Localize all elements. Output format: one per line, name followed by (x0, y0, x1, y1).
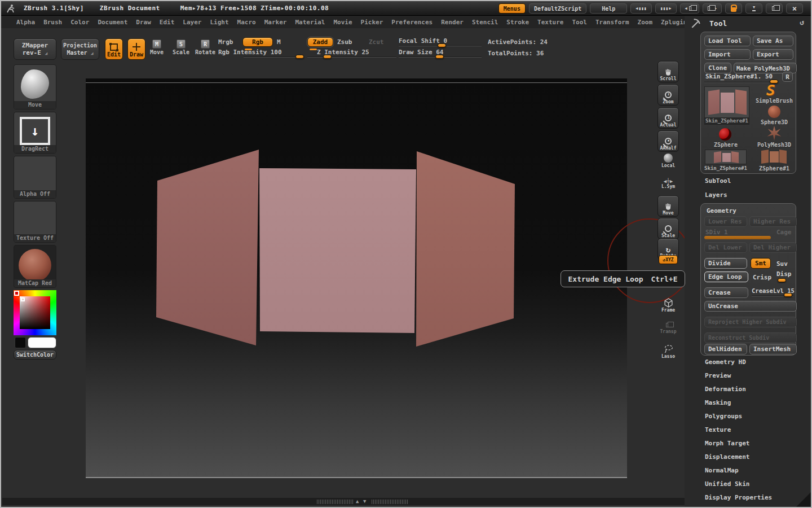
m-button[interactable]: M (277, 38, 281, 46)
document-canvas[interactable] (86, 78, 627, 478)
edit-mode-button[interactable]: Edit (105, 38, 123, 60)
menus-toggle-button[interactable]: Menus (498, 3, 526, 14)
menu-item[interactable]: Draw (136, 19, 151, 26)
load-tool-button[interactable]: Load Tool (704, 36, 751, 46)
zsphere-label[interactable]: ZSphere (704, 142, 747, 148)
menu-item[interactable]: Zplugin (661, 19, 687, 26)
menu-item[interactable]: Alpha (16, 19, 35, 26)
aahalf-button[interactable]: ▪ AAHalf (657, 130, 679, 152)
zmapper-button[interactable]: ZMapper rev-E ◢ (14, 38, 56, 60)
move-mode-button[interactable]: M Move (150, 40, 164, 55)
z-intensity-slider[interactable] (307, 56, 396, 58)
draw-mode-button[interactable]: Draw (127, 38, 145, 60)
menu-item[interactable]: Stroke (506, 19, 529, 26)
current-texture-thumb[interactable]: Texture Off (14, 201, 56, 243)
scroll-button[interactable]: Scroll (657, 61, 679, 82)
zsphere1-label[interactable]: ZSphere#1 (753, 165, 796, 172)
menu-item[interactable]: Edit (160, 19, 175, 26)
simplebrush-label[interactable]: SimpleBrush (753, 98, 796, 104)
skin-zsphere-label[interactable]: Skin_ZSphere#1 (701, 165, 751, 171)
zsphere1-icon[interactable] (761, 150, 788, 164)
crease-button[interactable]: Crease (704, 287, 748, 298)
import-button[interactable]: Import (704, 49, 751, 60)
divider-down-icon[interactable]: ▼ (363, 498, 366, 504)
zadd-button[interactable]: Zadd (307, 37, 333, 47)
menu-item[interactable]: Document (98, 19, 127, 26)
lasso-button[interactable]: Lasso (657, 344, 679, 359)
disp-knob[interactable] (778, 278, 786, 282)
geometry-section-header[interactable]: Geometry (707, 207, 736, 214)
tool-section-header[interactable]: NormalMap (705, 467, 806, 480)
mesh-right-face[interactable] (416, 151, 515, 347)
export-button[interactable]: Export (753, 49, 793, 60)
panel-reset-icon[interactable]: ↺ (800, 18, 804, 27)
tool-section-header[interactable]: Polygroups (705, 413, 806, 426)
switch-color-button[interactable]: SwitchColor (14, 350, 56, 360)
tool-section-header[interactable]: Display Properties (705, 494, 806, 507)
sphere3d-icon[interactable] (768, 106, 780, 118)
z-intensity-knob[interactable] (323, 55, 332, 59)
tool-section-header[interactable]: Morph Target (705, 440, 806, 453)
edge-loop-button[interactable]: Edge Loop (704, 271, 748, 282)
tool-section-header[interactable]: Texture (705, 426, 806, 440)
secondary-color-swatch[interactable] (15, 337, 26, 348)
menu-item[interactable]: Color (70, 19, 89, 26)
xyz-axis-button[interactable]: ↺XYZ (659, 255, 678, 264)
current-material-thumb[interactable]: MatCap Red Wa (14, 245, 56, 288)
current-brush-thumb[interactable]: Move (14, 64, 56, 110)
tool-section-header[interactable]: Preview (705, 372, 806, 386)
restore-button[interactable] (766, 3, 783, 14)
menu-item[interactable]: Layer (183, 19, 201, 26)
tool-section-header[interactable]: Displacement (705, 453, 806, 467)
divider-up-icon[interactable]: ▲ (356, 498, 359, 504)
color-picker[interactable] (14, 290, 56, 335)
active-tool-name[interactable]: Skin_ZSphere#1. 50 (705, 73, 773, 80)
next-document-button[interactable]: ▶ (703, 3, 722, 14)
divider-grip-right[interactable] (372, 500, 408, 504)
lock-button[interactable] (725, 3, 742, 14)
sdiv-slider[interactable] (704, 236, 771, 239)
menu-item[interactable]: Light (210, 19, 228, 26)
clone-button[interactable]: Clone (704, 63, 731, 73)
rgb-intensity-knob[interactable] (295, 55, 304, 59)
zsphere-skin-mesh[interactable] (86, 78, 627, 478)
layers-section-header[interactable]: Layers (705, 191, 727, 199)
mesh-front-face[interactable] (259, 168, 416, 333)
menu-item[interactable]: Texture (537, 19, 563, 26)
del-hidden-button[interactable]: DelHidden (704, 344, 747, 354)
sv-selector[interactable] (21, 297, 25, 301)
rgb-button[interactable]: Rgb (242, 37, 273, 47)
menu-item[interactable]: Stencil (472, 19, 498, 26)
insert-mesh-button[interactable]: InsertMesh (749, 344, 797, 354)
tool-section-header[interactable]: Masking (705, 399, 806, 413)
local-button[interactable]: Local (657, 154, 679, 168)
move-3d-button[interactable]: Move (657, 195, 679, 217)
minimize-button[interactable]: ▼ (745, 3, 762, 14)
menu-item[interactable]: Picker (361, 19, 383, 26)
polymesh3d-icon[interactable] (767, 126, 782, 141)
current-stroke-thumb[interactable]: ↓ DragRect (14, 112, 56, 154)
default-zscript-button[interactable]: DefaultZScript (529, 3, 586, 14)
zoom-button[interactable]: ↕ Zoom (657, 84, 679, 106)
tool-panel-header[interactable]: Tool ↺ (685, 16, 812, 30)
zsphere-icon[interactable] (719, 128, 731, 141)
simplebrush-icon[interactable]: S (766, 82, 775, 99)
uncrease-button[interactable]: UnCrease (704, 301, 797, 312)
frame-button[interactable]: Frame (657, 298, 679, 313)
skin-zsphere-thumb[interactable] (705, 150, 747, 164)
main-color-swatch[interactable] (28, 337, 56, 348)
menu-item[interactable]: Macro (237, 19, 256, 26)
active-tool-thumb[interactable]: Skin_ZSphere#1 (704, 86, 749, 125)
prev-document-button[interactable]: ◀ (680, 3, 699, 14)
close-button[interactable]: × (786, 3, 803, 14)
menu-item[interactable]: Render (441, 19, 464, 26)
sphere3d-label[interactable]: Sphere3D (753, 119, 796, 125)
saturation-square[interactable] (20, 296, 50, 329)
scale-3d-button[interactable]: Scale (657, 218, 679, 239)
crisp-button[interactable]: Crisp (753, 274, 771, 281)
suv-button[interactable]: Suv (776, 260, 788, 268)
tool-section-header[interactable]: Unified Skin (705, 480, 806, 494)
active-tool-slider[interactable] (704, 82, 774, 83)
focal-shift-knob[interactable] (438, 43, 446, 47)
divide-button[interactable]: Divide (704, 258, 747, 269)
